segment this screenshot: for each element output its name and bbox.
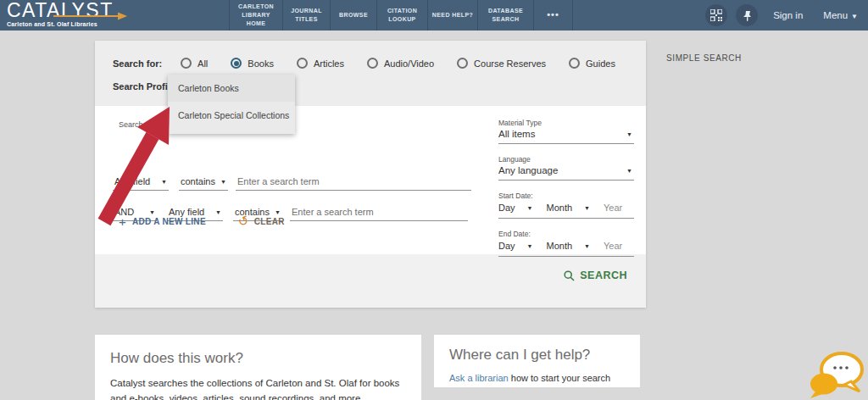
nav-need-help[interactable]: NEED HELP?: [427, 0, 477, 31]
month-value: Month: [547, 203, 573, 213]
dropdown-option-carleton-special-collections[interactable]: Carleton Special Collections: [168, 102, 295, 129]
pushpin-icon[interactable]: [736, 4, 758, 26]
undo-arrow-icon: ↺: [236, 212, 251, 230]
radio-circle-icon: [457, 58, 468, 69]
end-date-label: End Date:: [498, 230, 634, 238]
nav-database-search[interactable]: DATABASE SEARCH: [477, 0, 533, 31]
radio-label: Course Reserves: [474, 58, 546, 69]
search-term-input-1[interactable]: [236, 175, 471, 191]
search-submit-button[interactable]: SEARCH: [564, 269, 627, 281]
chevron-down-icon: ▼: [584, 243, 590, 249]
chevron-down-icon: ▼: [626, 131, 632, 137]
barcode-scan-icon[interactable]: [705, 4, 727, 26]
material-type-label: Material Type: [498, 119, 634, 127]
ask-a-librarian-link[interactable]: Ask a librarian: [449, 373, 509, 383]
menu-button[interactable]: Menu▼: [823, 10, 858, 20]
catalyst-logo[interactable]: CATALYST Carleton and St. Olaf Libraries: [7, 0, 114, 27]
radio-label: Audio/Video: [384, 58, 434, 69]
condition-select-value: contains: [181, 176, 215, 186]
query-row-1: Any field▼ contains▼: [113, 175, 471, 191]
help-body-text: how to start your search: [509, 373, 610, 383]
start-month-select[interactable]: Month▼: [547, 203, 604, 213]
radio-circle-icon: [367, 58, 378, 69]
simple-search-link[interactable]: SIMPLE SEARCH: [666, 53, 742, 63]
occluded-search-label: Search: [119, 120, 143, 129]
start-day-select[interactable]: Day▼: [498, 203, 547, 213]
material-type-value: All items: [498, 129, 535, 139]
language-label: Language: [498, 155, 634, 164]
radio-all[interactable]: All: [181, 58, 208, 69]
material-type-select[interactable]: All items▼: [498, 127, 634, 144]
chevron-down-icon: ▼: [527, 243, 533, 249]
end-year-input[interactable]: Year: [604, 241, 622, 251]
radio-course-reserves[interactable]: Course Reserves: [457, 58, 546, 69]
language-group: Language Any language▼: [498, 155, 634, 181]
nav-browse[interactable]: BROWSE: [330, 0, 376, 31]
plus-icon: +: [119, 214, 126, 229]
add-new-line-label: ADD A NEW LINE: [132, 217, 206, 226]
day-value: Day: [498, 203, 515, 213]
condition-select-1[interactable]: contains▼: [179, 175, 228, 191]
logo-tagline: Carleton and St. Olaf Libraries: [7, 21, 114, 27]
topbar-right-controls: Sign in Menu▼: [705, 0, 861, 31]
clear-button[interactable]: ↺ CLEAR: [238, 214, 285, 229]
logo-arrow-icon: [53, 12, 128, 20]
radio-label: Articles: [314, 58, 344, 69]
radio-circle-selected-icon: [231, 58, 242, 69]
sign-in-button[interactable]: Sign in: [773, 10, 803, 20]
radio-guides[interactable]: Guides: [569, 58, 615, 69]
nav-journal-titles[interactable]: JOURNAL TITLES: [282, 0, 330, 31]
start-year-input[interactable]: Year: [604, 203, 622, 213]
radio-label: All: [198, 58, 208, 69]
add-new-line-button[interactable]: + ADD A NEW LINE: [119, 214, 206, 229]
radio-articles[interactable]: Articles: [297, 58, 344, 69]
radio-books[interactable]: Books: [231, 58, 274, 69]
card-body: Ask a librarian how to start your search: [449, 371, 625, 386]
end-date-row: Day▼ Month▼ Year: [498, 238, 634, 257]
end-date-group: End Date: Day▼ Month▼ Year: [498, 230, 634, 257]
day-value: Day: [498, 241, 515, 251]
end-day-select[interactable]: Day▼: [498, 241, 547, 251]
material-type-group: Material Type All items▼: [498, 119, 634, 144]
main-nav: CARLETON LIBRARY HOME JOURNAL TITLES BRO…: [229, 0, 573, 31]
search-term-input-2[interactable]: [290, 205, 468, 221]
card-body: Catalyst searches the collections of Car…: [110, 376, 406, 400]
radio-circle-icon: [297, 58, 308, 69]
nav-more-ellipsis[interactable]: •••: [533, 0, 573, 31]
card-title: How does this work?: [110, 350, 406, 367]
end-month-select[interactable]: Month▼: [547, 241, 604, 251]
chevron-down-icon: ▼: [220, 179, 226, 185]
language-select[interactable]: Any language▼: [498, 164, 634, 181]
magnifier-icon: [564, 270, 575, 281]
card-title: Where can I get help?: [449, 347, 625, 364]
how-does-this-work-card: How does this work? Catalyst searches th…: [95, 335, 421, 400]
top-navigation-bar: CATALYST Carleton and St. Olaf Libraries…: [0, 0, 868, 31]
radio-circle-icon: [181, 58, 192, 69]
language-value: Any language: [498, 165, 558, 175]
chevron-down-icon: ▼: [161, 179, 167, 185]
search-profile-dropdown: Carleton Books Carleton Special Collecti…: [168, 75, 295, 134]
dropdown-option-carleton-books[interactable]: Carleton Books: [168, 75, 295, 102]
search-button-label: SEARCH: [580, 269, 627, 281]
month-value: Month: [547, 241, 573, 251]
filters-column: Material Type All items▼ Language Any la…: [498, 119, 634, 268]
nav-citation-lookup[interactable]: CITATION LOOKUP: [376, 0, 427, 31]
search-for-row: Search for: All Books Articles Audio/Vid…: [113, 58, 638, 69]
field-select-value: Any field: [114, 176, 150, 186]
chat-widget-icon[interactable]: [807, 349, 865, 400]
radio-label: Books: [248, 58, 274, 69]
menu-label: Menu: [823, 10, 848, 20]
field-select-1[interactable]: Any field▼: [113, 175, 169, 191]
radio-audio-video[interactable]: Audio/Video: [367, 58, 434, 69]
query-actions-row: + ADD A NEW LINE ↺ CLEAR: [119, 214, 285, 229]
start-date-row: Day▼ Month▼ Year: [498, 200, 634, 219]
chevron-down-icon: ▼: [584, 205, 590, 211]
nav-carleton-library-home[interactable]: CARLETON LIBRARY HOME: [229, 0, 282, 31]
where-can-i-get-help-card: Where can I get help? Ask a librarian ho…: [434, 335, 640, 387]
start-date-group: Start Date: Day▼ Month▼ Year: [498, 192, 634, 219]
start-date-label: Start Date:: [498, 192, 634, 200]
chevron-down-icon: ▼: [626, 168, 632, 174]
chevron-down-icon: ▼: [527, 205, 533, 211]
radio-label: Guides: [586, 58, 615, 69]
search-for-label: Search for:: [113, 58, 162, 69]
